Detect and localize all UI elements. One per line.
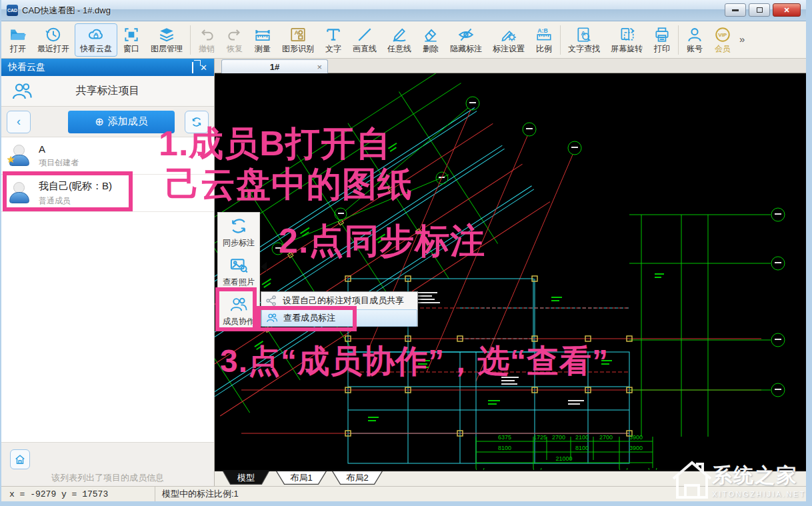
- cloud-panel-title: 快看云盘: [8, 61, 45, 73]
- close-button[interactable]: ✕: [773, 3, 801, 17]
- svg-text:2700: 2700: [552, 434, 565, 441]
- toolbar-hide-annotation[interactable]: 隐藏标注: [445, 23, 487, 57]
- toolbar-window[interactable]: 窗口: [117, 23, 145, 57]
- main-toolbar: 打开 最近打开 快看云盘 窗口 图层管理 撤销 恢复 测量: [1, 21, 806, 59]
- home-button[interactable]: [10, 449, 30, 469]
- text-tool-icon: [325, 26, 342, 43]
- svg-text:A:B: A:B: [537, 27, 547, 33]
- panel-header-title: 共享标注项目: [76, 84, 140, 98]
- svg-text:8100: 8100: [575, 445, 589, 451]
- toolbar-text[interactable]: 文字: [319, 23, 347, 57]
- toolbar-delete[interactable]: 删除: [417, 23, 445, 57]
- toolbar-separator: [190, 25, 191, 55]
- minimize-button[interactable]: [725, 3, 746, 17]
- toolbar-rotate-screen[interactable]: 屏幕旋转: [605, 23, 648, 57]
- toolbar-line[interactable]: 画直线: [347, 23, 382, 57]
- scale-icon: A:B: [535, 26, 553, 43]
- panel-undock-icon[interactable]: [192, 63, 193, 73]
- open-folder-icon: [9, 26, 27, 43]
- line-tool-icon: [356, 26, 373, 43]
- app-icon: CAD: [7, 5, 18, 16]
- toolbar-layers[interactable]: 图层管理: [145, 23, 188, 57]
- photo-icon: [229, 256, 248, 275]
- plus-circle-icon: ⊕: [95, 115, 103, 128]
- annotation-scale-info: 模型中的标注比例:1: [155, 488, 239, 500]
- svg-text:2700: 2700: [599, 434, 613, 441]
- tutorial-step3: 3.点“成员协作”，选“查看”: [220, 340, 609, 383]
- panel-close-icon[interactable]: ✕: [200, 63, 207, 73]
- toolbar-cloud[interactable]: 快看云盘: [75, 23, 117, 57]
- svg-text:1725: 1725: [533, 434, 547, 441]
- member-role: 项目创建者: [39, 157, 79, 169]
- cursor-coordinates: x = -9279 y = 17573: [1, 489, 155, 499]
- highlight-box-member-self: [3, 171, 133, 211]
- tab-close-icon[interactable]: ×: [317, 62, 322, 72]
- back-button[interactable]: ‹: [7, 111, 31, 133]
- toolbar-open[interactable]: 打开: [4, 23, 32, 57]
- window-title: CAD快速看图 - 1#.dwg: [22, 5, 111, 17]
- window-select-icon: [123, 26, 140, 43]
- share-icon: [265, 295, 277, 307]
- avatar-creator: ★: [8, 145, 32, 167]
- cloud-panel-header: 共享标注项目: [1, 76, 214, 107]
- svg-text:21000: 21000: [555, 455, 572, 462]
- pen-gear-icon: [500, 26, 517, 43]
- panel-collapse-arrow[interactable]: [261, 262, 267, 271]
- svg-text:8100: 8100: [498, 445, 511, 451]
- app-window: CAD CAD快速看图 - 1#.dwg ✕ 打开 最近打开 快看云盘 窗口 图…: [0, 0, 812, 506]
- panel-footer: 该列表列出了项目的成员信息: [1, 443, 214, 485]
- toolbar-annotation-settings[interactable]: 标注设置: [487, 23, 530, 57]
- vip-icon: VIP: [714, 26, 731, 43]
- sync-annotation-button[interactable]: 同步标注: [218, 213, 259, 252]
- restore-button[interactable]: [749, 3, 770, 17]
- eye-slash-icon: [457, 26, 475, 43]
- watermark-title: 系统之家: [712, 462, 806, 489]
- undo-icon: [198, 26, 215, 43]
- watermark: 系统之家 XITONGZHIJIA.NET: [668, 457, 806, 503]
- toolbar-freehand[interactable]: 任意线: [382, 23, 417, 57]
- tutorial-step1-line1: 1.成员B打开自: [159, 121, 391, 167]
- cloud-panel-titlebar: 快看云盘 ✕: [1, 59, 214, 76]
- tutorial-step1-line2: 己云盘中的图纸: [165, 161, 413, 208]
- toolbar-undo: 撤销: [193, 23, 221, 57]
- title-bar: CAD CAD快速看图 - 1#.dwg ✕: [1, 0, 806, 21]
- printer-icon: [653, 26, 671, 43]
- member-list-note: 该列表列出了项目的成员信息: [1, 472, 214, 484]
- watermark-house-icon: [668, 457, 716, 503]
- toolbar-separator: [560, 25, 561, 55]
- toolbar-recent[interactable]: 最近打开: [32, 23, 75, 57]
- member-name: A: [39, 143, 79, 155]
- tab-layout1[interactable]: 布局1: [276, 471, 327, 485]
- svg-text:3900: 3900: [629, 445, 643, 451]
- svg-text:2100: 2100: [575, 434, 589, 441]
- watermark-subtitle: XITONGZHIJIA.NET: [712, 490, 806, 498]
- toolbar-separator: [678, 25, 679, 55]
- cloud-icon: [87, 26, 105, 43]
- toolbar-overflow-button[interactable]: »: [737, 33, 747, 45]
- ruler-icon: [254, 26, 271, 43]
- toolbar-find-text[interactable]: A 文字查找: [563, 23, 605, 57]
- view-photo-button[interactable]: 查看照片: [218, 252, 259, 291]
- highlight-box-collab-button: [215, 287, 257, 331]
- svg-text:6375: 6375: [498, 434, 511, 441]
- toolbar-print[interactable]: 打印: [648, 23, 676, 57]
- toolbar-measure[interactable]: 测量: [249, 23, 277, 57]
- account-person-icon: [686, 26, 703, 43]
- tutorial-step2: 2.点同步标注: [279, 218, 485, 265]
- toolbar-recognize[interactable]: A 图形识别: [277, 23, 319, 57]
- redo-icon: [226, 26, 243, 43]
- tab-layout2[interactable]: 布局2: [332, 471, 383, 485]
- svg-text:VIP: VIP: [718, 32, 727, 38]
- toolbar-redo: 恢复: [221, 23, 249, 57]
- layers-icon: [158, 26, 175, 43]
- toolbar-vip[interactable]: VIP 会员: [709, 23, 737, 57]
- sync-icon: [229, 217, 248, 235]
- toolbar-account[interactable]: 账号: [681, 23, 709, 57]
- creator-star-icon: ★: [7, 154, 15, 165]
- svg-text:3900: 3900: [629, 434, 643, 441]
- document-tab-1[interactable]: 1# ×: [221, 59, 328, 73]
- pen-icon: [391, 26, 408, 43]
- toolbar-scale[interactable]: A:B 比例: [530, 23, 558, 57]
- document-tab-bar: 1# ×: [215, 59, 806, 73]
- tab-model[interactable]: 模型: [223, 471, 269, 485]
